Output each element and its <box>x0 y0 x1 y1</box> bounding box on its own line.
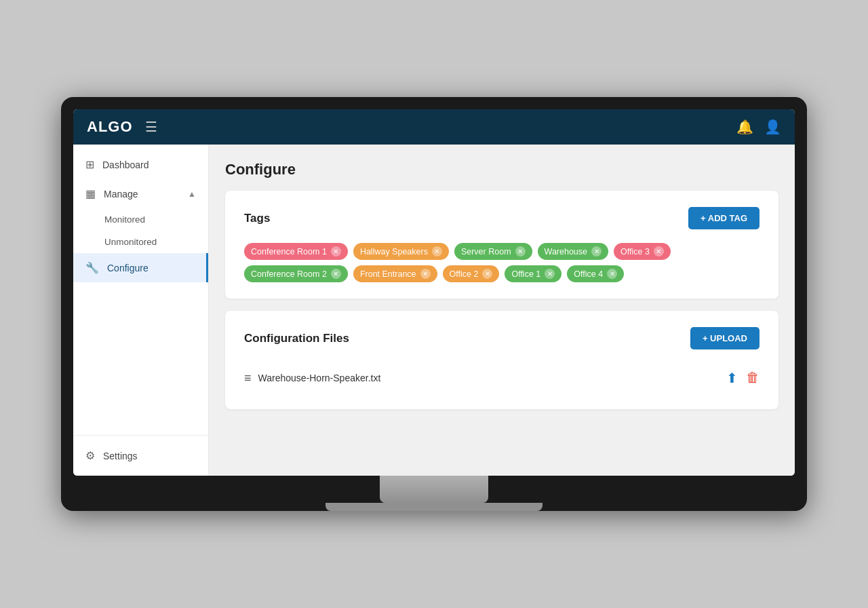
upload-button[interactable]: + UPLOAD <box>690 327 760 349</box>
tag-close-icon[interactable]: ✕ <box>607 269 617 279</box>
sidebar-sub-monitored[interactable]: Monitored <box>73 208 208 231</box>
app-logo: ALGO <box>87 118 133 136</box>
sidebar-spacer <box>73 282 208 435</box>
tag: Hallway Speakers✕ <box>353 243 449 260</box>
tags-card-title: Tags <box>244 212 270 225</box>
tag-close-icon[interactable]: ✕ <box>331 269 341 279</box>
sidebar-label-settings: Settings <box>103 451 138 461</box>
tag-label: Server Room <box>461 247 511 256</box>
file-row: ≡ Warehouse-Horn-Speaker.txt ⬆ 🗑 <box>244 363 760 393</box>
hamburger-icon[interactable]: ☰ <box>145 119 157 135</box>
file-name: Warehouse-Horn-Speaker.txt <box>258 373 719 383</box>
tag-close-icon[interactable]: ✕ <box>591 246 601 256</box>
tag: Office 2✕ <box>443 265 500 282</box>
monitor-base <box>326 503 542 511</box>
tag-label: Conference Room 1 <box>251 247 327 256</box>
tag-label: Front Entrance <box>360 269 416 279</box>
topnav: ALGO ☰ 🔔 👤 <box>73 109 795 145</box>
tag: Conference Room 2✕ <box>244 265 348 282</box>
sidebar-label-configure: Configure <box>107 263 149 273</box>
configure-icon: 🔧 <box>85 261 99 274</box>
tags-card: Tags + ADD TAG Conference Room 1✕Hallway… <box>225 191 778 299</box>
tag-label: Office 1 <box>511 269 540 279</box>
sidebar-sub-unmonitored[interactable]: Unmonitored <box>73 231 208 253</box>
files-container: ≡ Warehouse-Horn-Speaker.txt ⬆ 🗑 <box>244 363 760 393</box>
tag-close-icon[interactable]: ✕ <box>545 269 555 279</box>
user-icon[interactable]: 👤 <box>764 119 781 135</box>
sidebar-label-manage: Manage <box>104 189 138 200</box>
sidebar-item-configure[interactable]: 🔧 Configure <box>73 253 208 282</box>
tag-label: Office 4 <box>574 269 603 279</box>
tag-label: Conference Room 2 <box>251 269 327 279</box>
tag-close-icon[interactable]: ✕ <box>654 246 664 256</box>
tags-container: Conference Room 1✕Hallway Speakers✕Serve… <box>244 243 760 282</box>
tag-close-icon[interactable]: ✕ <box>331 246 341 256</box>
tag-close-icon[interactable]: ✕ <box>432 246 442 256</box>
app-body: ⊞ Dashboard ▦ Manage ▲ Monitored Unmonit… <box>73 145 795 476</box>
sidebar-item-settings[interactable]: ⚙ Settings <box>73 441 208 470</box>
tag: Front Entrance✕ <box>353 265 437 282</box>
screen: ALGO ☰ 🔔 👤 ⊞ Dashboard ▦ <box>73 109 795 476</box>
tag-close-icon[interactable]: ✕ <box>515 246 526 256</box>
tag: Office 4✕ <box>567 265 624 282</box>
dashboard-icon: ⊞ <box>85 158 94 171</box>
add-tag-button[interactable]: + ADD TAG <box>688 207 760 229</box>
tag-close-icon[interactable]: ✕ <box>420 269 431 279</box>
monitor-stand <box>380 476 488 503</box>
tag-label: Office 3 <box>620 247 650 256</box>
sidebar-label-dashboard: Dashboard <box>102 159 149 170</box>
sidebar-item-manage[interactable]: ▦ Manage ▲ <box>73 179 208 208</box>
config-files-card-title: Configuration Files <box>244 332 349 345</box>
tag: Server Room✕ <box>454 243 532 260</box>
tag-label: Hallway Speakers <box>360 247 428 256</box>
tag: Warehouse✕ <box>538 243 608 260</box>
settings-icon: ⚙ <box>85 449 95 462</box>
file-delete-icon[interactable]: 🗑 <box>746 370 760 386</box>
config-files-card: Configuration Files + UPLOAD ≡ Warehouse… <box>225 311 778 409</box>
file-icon: ≡ <box>244 371 252 385</box>
tag-label: Warehouse <box>545 247 587 256</box>
monitor: ALGO ☰ 🔔 👤 ⊞ Dashboard ▦ <box>61 97 807 511</box>
config-files-card-header: Configuration Files + UPLOAD <box>244 327 760 349</box>
chevron-down-icon: ▲ <box>188 189 196 199</box>
file-actions: ⬆ 🗑 <box>726 370 760 386</box>
file-upload-icon[interactable]: ⬆ <box>726 370 738 386</box>
tag-close-icon[interactable]: ✕ <box>482 269 492 279</box>
sidebar: ⊞ Dashboard ▦ Manage ▲ Monitored Unmonit… <box>73 145 209 476</box>
sidebar-item-dashboard[interactable]: ⊞ Dashboard <box>73 150 208 179</box>
tag: Office 3✕ <box>614 243 671 260</box>
tag: Conference Room 1✕ <box>244 243 348 260</box>
page-title: Configure <box>225 161 778 178</box>
manage-icon: ▦ <box>85 187 96 200</box>
bell-icon[interactable]: 🔔 <box>736 119 753 135</box>
app: ALGO ☰ 🔔 👤 ⊞ Dashboard ▦ <box>73 109 795 476</box>
main-content: Configure Tags + ADD TAG Conference Room… <box>209 145 795 476</box>
tag-label: Office 2 <box>450 269 479 279</box>
sidebar-bottom: ⚙ Settings <box>73 435 208 476</box>
tag: Office 1✕ <box>505 265 561 282</box>
tags-card-header: Tags + ADD TAG <box>244 207 760 229</box>
topnav-icons: 🔔 👤 <box>736 119 781 135</box>
